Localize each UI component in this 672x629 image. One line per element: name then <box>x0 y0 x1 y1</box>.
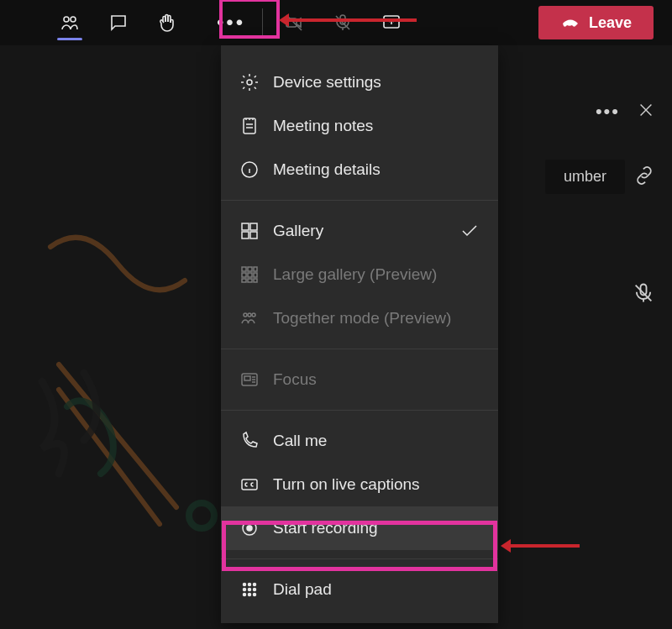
svg-point-42 <box>254 594 256 596</box>
large-gallery-icon <box>239 265 260 285</box>
focus-icon <box>239 370 260 390</box>
svg-rect-30 <box>244 376 250 380</box>
link-icon[interactable] <box>633 165 655 186</box>
mic-muted-icon[interactable] <box>632 281 655 305</box>
menu-item-live-captions[interactable]: Turn on live captions <box>221 463 498 506</box>
svg-point-4 <box>71 17 76 22</box>
mic-off-button[interactable] <box>318 2 367 44</box>
svg-point-41 <box>249 594 251 596</box>
menu-item-dial-pad[interactable]: Dial pad <box>221 568 498 611</box>
svg-rect-16 <box>250 232 257 238</box>
menu-item-device-settings[interactable]: Device settings <box>221 60 498 104</box>
menu-label: Start recording <box>273 519 378 537</box>
menu-label: Device settings <box>273 73 381 92</box>
svg-point-36 <box>254 584 256 586</box>
annotation-arrow-bottom <box>504 544 580 548</box>
dialpad-icon <box>239 579 260 600</box>
svg-rect-21 <box>248 273 252 277</box>
leave-button[interactable]: Leave <box>538 6 654 39</box>
menu-label: Large gallery (Preview) <box>273 265 437 284</box>
svg-rect-20 <box>242 273 246 277</box>
menu-label: Dial pad <box>273 580 332 599</box>
hangup-icon <box>560 13 580 33</box>
cc-icon <box>239 474 260 495</box>
svg-rect-17 <box>242 267 246 271</box>
menu-label: Gallery <box>273 222 323 240</box>
menu-label: Focus <box>273 370 317 389</box>
partial-number-button[interactable]: umber <box>545 160 625 194</box>
svg-rect-15 <box>242 232 249 238</box>
menu-item-together-mode: Together mode (Preview) <box>221 296 498 340</box>
menu-label: Turn on live captions <box>273 475 420 494</box>
svg-point-39 <box>254 589 256 591</box>
svg-point-34 <box>244 584 246 586</box>
more-options-icon[interactable]: ••• <box>596 101 620 123</box>
svg-rect-31 <box>242 480 257 490</box>
participants-button[interactable] <box>45 2 94 44</box>
menu-item-meeting-notes[interactable]: Meeting notes <box>221 104 498 148</box>
svg-point-0 <box>189 503 214 528</box>
svg-point-26 <box>244 313 247 317</box>
menu-label: Meeting details <box>273 160 381 179</box>
svg-rect-24 <box>248 279 252 282</box>
meeting-toolbar: ••• Leave <box>0 0 672 45</box>
checkmark-icon <box>459 221 480 241</box>
menu-label: Together mode (Preview) <box>273 309 451 328</box>
menu-item-gallery[interactable]: Gallery <box>221 209 498 253</box>
svg-point-40 <box>244 594 246 596</box>
menu-label: Call me <box>273 432 327 450</box>
menu-item-call-me[interactable]: Call me <box>221 419 498 463</box>
svg-point-28 <box>252 313 255 317</box>
menu-item-large-gallery: Large gallery (Preview) <box>221 253 498 296</box>
notes-icon <box>239 116 260 136</box>
share-screen-button[interactable] <box>367 2 416 44</box>
phone-icon <box>239 431 260 451</box>
svg-point-35 <box>249 584 251 586</box>
svg-rect-11 <box>244 118 255 134</box>
svg-rect-25 <box>254 279 257 282</box>
chat-button[interactable] <box>94 2 143 44</box>
more-actions-menu: Device settings Meeting notes Meeting de… <box>221 45 498 623</box>
raise-hand-button[interactable] <box>143 2 192 44</box>
annotation-arrow-top <box>282 18 417 22</box>
menu-label: Meeting notes <box>273 117 373 135</box>
svg-rect-19 <box>254 267 257 271</box>
together-mode-icon <box>239 308 260 328</box>
menu-item-focus: Focus <box>221 358 498 401</box>
svg-rect-13 <box>242 223 249 230</box>
menu-item-start-recording[interactable]: Start recording <box>221 506 498 550</box>
svg-point-3 <box>64 17 69 22</box>
svg-point-27 <box>248 313 251 317</box>
svg-rect-22 <box>254 273 257 277</box>
svg-point-33 <box>247 526 252 531</box>
svg-rect-23 <box>242 279 246 282</box>
more-actions-button[interactable]: ••• <box>207 2 255 44</box>
menu-item-meeting-details[interactable]: Meeting details <box>221 148 498 191</box>
svg-point-10 <box>247 80 252 85</box>
leave-label: Leave <box>589 14 632 32</box>
svg-point-38 <box>249 589 251 591</box>
record-icon <box>239 518 260 538</box>
close-icon[interactable] <box>637 101 655 123</box>
svg-rect-18 <box>248 267 252 271</box>
whiteboard-scribble <box>34 213 252 549</box>
gear-icon <box>239 72 260 92</box>
svg-rect-14 <box>250 223 257 230</box>
panel-top-right: ••• <box>596 101 655 123</box>
svg-point-37 <box>244 589 246 591</box>
gallery-icon <box>239 221 260 241</box>
toolbar-divider <box>262 8 263 37</box>
info-icon <box>239 160 260 180</box>
